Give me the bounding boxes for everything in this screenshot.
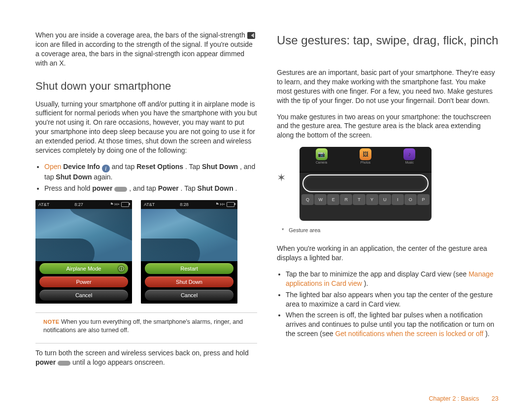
text: icon are filled in according to the stre… — [35, 40, 253, 67]
button-label: Cancel — [181, 292, 198, 298]
text: . Tap — [185, 163, 202, 171]
page-footer: Chapter 2 : Basics 23 — [429, 395, 499, 402]
gestures-paragraph-2: You make gestures in two areas on your s… — [277, 112, 499, 140]
text: . Tap — [181, 184, 198, 192]
airplane-mode-button[interactable]: Airplane Modeⓘ — [39, 263, 128, 274]
text: and tap — [112, 163, 137, 171]
text: Press and hold — [44, 184, 92, 192]
signal-paragraph: When you are inside a coverage area, the… — [35, 31, 257, 68]
text: To turn both the screen and wireless ser… — [35, 349, 249, 357]
button-label: Power — [76, 279, 91, 285]
button-label: Restart — [180, 266, 198, 272]
power-button[interactable]: Power — [39, 276, 128, 287]
key: Y — [366, 194, 378, 205]
key: Q — [301, 194, 314, 205]
note-block: NOTE When you turn everything off, the s… — [35, 318, 257, 335]
page-number: 23 — [492, 395, 499, 402]
right-column: Use gestures: tap, swipe, drag, flick, p… — [277, 31, 499, 374]
list-item: Tap the bar to minimize the app and disp… — [286, 270, 499, 288]
asterisk-marker: ✶ — [277, 171, 286, 184]
restart-button[interactable]: Restart — [145, 263, 233, 274]
chapter-label: Chapter 2 : Basics — [429, 395, 479, 402]
key: O — [404, 194, 417, 205]
clock-label: 8:28 — [180, 202, 189, 207]
cancel-button[interactable]: Cancel — [39, 290, 128, 301]
text: , and tap — [129, 184, 158, 192]
key: U — [379, 194, 391, 205]
screenshot-restart: AT&T 8:28 H+ Restart Shut Down Cancel — [141, 200, 237, 304]
signal-strength-icon — [247, 32, 255, 39]
device-info-icon: i — [102, 165, 110, 172]
text-bold: power — [92, 184, 112, 192]
power-button-icon — [58, 361, 70, 366]
info-icon: ⓘ — [117, 265, 125, 273]
figure-caption: *Gesture area — [282, 227, 499, 234]
wifi-icon — [108, 203, 113, 206]
screenshot-airplane-mode: AT&T 8:27 H+ Airplane Modeⓘ Power Cancel — [35, 200, 132, 304]
text-bold: Power — [158, 184, 179, 192]
phone-gesture-illustration: 📷Camera 🖼Photos ♪Music Q W E R T Y U I O… — [299, 147, 432, 221]
text-bold: Shut Down — [56, 173, 92, 181]
text: When you are inside a coverage area, the… — [35, 31, 247, 39]
power-button-icon — [114, 187, 127, 192]
shutdown-steps: Open Device Info i and tap Reset Options… — [35, 162, 257, 193]
music-app-icon: ♪ — [403, 148, 415, 160]
battery-icon — [121, 202, 129, 207]
key: E — [327, 194, 339, 205]
key: R — [340, 194, 352, 205]
step-power-hold: Press and hold power , and tap Power . T… — [44, 184, 257, 193]
heading-shutdown: Shut down your smartphone — [35, 80, 257, 93]
wifi-icon — [214, 203, 219, 206]
list-item: The lighted bar also appears when you ta… — [286, 290, 499, 309]
photos-app-icon: 🖼 — [360, 148, 371, 160]
note-text: When you turn everything off, the smartp… — [43, 318, 243, 334]
icon-label: Music — [405, 161, 414, 164]
text: ). — [364, 279, 368, 287]
icon-label: Photos — [361, 161, 370, 164]
text-bold: Reset Options — [136, 163, 183, 171]
button-label: Airplane Mode — [66, 266, 101, 272]
battery-icon — [227, 202, 234, 207]
icon-label: Camera — [316, 161, 327, 164]
gestures-paragraph-1: Gestures are an important, basic part of… — [277, 68, 499, 105]
text: again. — [94, 173, 112, 181]
text: ). — [485, 330, 490, 338]
step-device-info: Open Device Info i and tap Reset Options… — [44, 162, 257, 182]
button-label: Shut Down — [176, 279, 202, 285]
gestures-paragraph-3: When you're working in an application, t… — [277, 244, 499, 263]
key: P — [417, 194, 430, 205]
shut-down-button[interactable]: Shut Down — [145, 276, 233, 287]
shutdown-paragraph: Usually, turning your smartphone off and… — [35, 100, 257, 155]
text-bold: Shut Down — [198, 184, 233, 192]
open-link[interactable]: Open — [44, 163, 61, 171]
divider — [35, 343, 257, 343]
text: until a logo appears onscreen. — [72, 358, 165, 366]
notifications-link[interactable]: Get notifications when the screen is loc… — [335, 330, 483, 338]
text: . — [235, 184, 237, 192]
caption-text: Gesture area — [289, 227, 320, 233]
turn-on-paragraph: To turn both the screen and wireless ser… — [35, 348, 257, 367]
keyboard-row: Q W E R T Y U I O P — [299, 194, 432, 207]
key: T — [353, 194, 365, 205]
text-bold: power — [35, 358, 56, 366]
heading-gestures: Use gestures: tap, swipe, drag, flick, p… — [277, 34, 499, 47]
key: I — [392, 194, 404, 205]
text-bold: Device Info — [63, 163, 100, 171]
gesture-area-figure: ✶ 📷Camera 🖼Photos ♪Music Q W E R T Y U I — [277, 147, 499, 221]
left-column: When you are inside a coverage area, the… — [35, 31, 257, 374]
clock-label: 8:27 — [74, 202, 83, 207]
cancel-button[interactable]: Cancel — [145, 290, 233, 301]
text: Tap the bar to minimize the app and disp… — [286, 270, 468, 278]
carrier-label: AT&T — [38, 202, 49, 207]
gesture-area-outline — [302, 174, 429, 192]
list-item: When the screen is off, the lighted bar … — [286, 310, 499, 339]
key: W — [314, 194, 327, 205]
divider — [35, 312, 257, 313]
text-bold: Shut Down — [202, 163, 238, 171]
camera-app-icon: 📷 — [316, 148, 328, 160]
note-label: NOTE — [43, 319, 60, 325]
carrier-label: AT&T — [144, 202, 155, 207]
lighted-bar-list: Tap the bar to minimize the app and disp… — [277, 270, 499, 339]
button-label: Cancel — [75, 292, 92, 298]
